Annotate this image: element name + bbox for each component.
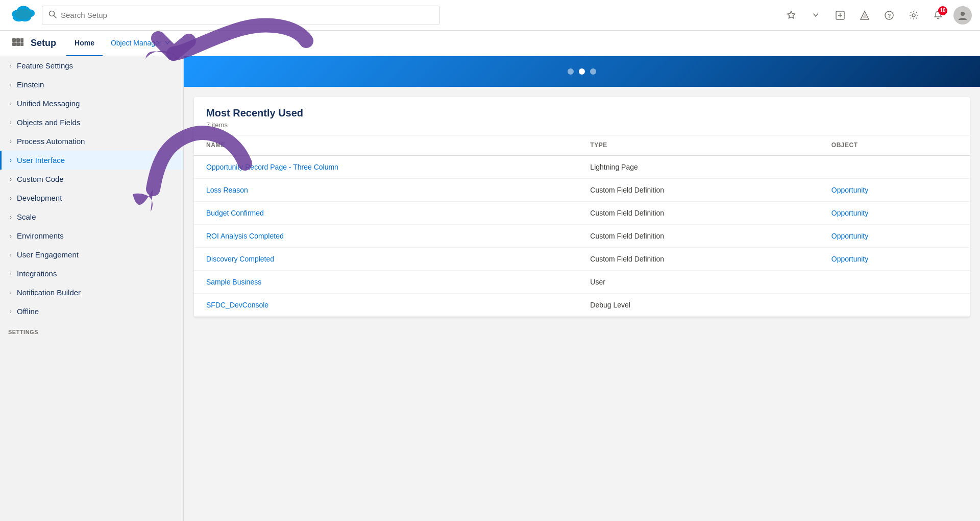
chevron-icon: › xyxy=(10,176,12,183)
table-row: ROI Analysis Completed Custom Field Defi… xyxy=(194,225,970,248)
sidebar-item-label: Einstein xyxy=(17,80,175,89)
row-name-link[interactable]: Sample Business xyxy=(206,278,261,286)
table-row: Sample Business User xyxy=(194,271,970,294)
add-button[interactable] xyxy=(831,6,849,25)
notifications-button[interactable]: 10 xyxy=(929,6,947,25)
tab-dropdown-icon xyxy=(165,41,170,45)
sidebar-item-objects-fields[interactable]: › Objects and Fields xyxy=(0,113,183,132)
row-type: User xyxy=(578,271,819,294)
recently-used-table: NAME TYPE OBJECT Opportunity Record Page… xyxy=(194,135,970,317)
main-content: Most Recently Used 7 items NAME TYPE OBJ… xyxy=(184,56,980,521)
sidebar-item-label: Environments xyxy=(17,231,175,240)
row-name-link[interactable]: ROI Analysis Completed xyxy=(206,232,284,240)
svg-rect-19 xyxy=(20,38,23,42)
sidebar-item-unified-messaging[interactable]: › Unified Messaging xyxy=(0,94,183,113)
row-object xyxy=(819,294,970,317)
chevron-icon: › xyxy=(10,270,12,277)
svg-rect-17 xyxy=(12,38,16,42)
recently-used-card: Most Recently Used 7 items NAME TYPE OBJ… xyxy=(194,97,970,317)
col-name: NAME xyxy=(194,135,578,155)
sidebar-item-feature-settings[interactable]: › Feature Settings xyxy=(0,56,183,75)
row-name-link[interactable]: Discovery Completed xyxy=(206,255,274,263)
sidebar-item-development[interactable]: › Development xyxy=(0,188,183,207)
search-container xyxy=(42,6,440,25)
chevron-icon: › xyxy=(10,232,12,240)
svg-point-15 xyxy=(912,14,915,17)
content-area: Most Recently Used 7 items NAME TYPE OBJ… xyxy=(184,87,980,521)
svg-rect-20 xyxy=(12,42,16,46)
svg-rect-22 xyxy=(20,42,23,46)
chevron-icon: › xyxy=(10,308,12,315)
chevron-icon: › xyxy=(10,138,12,145)
sidebar-item-label: Custom Code xyxy=(17,175,175,183)
sidebar-item-offline[interactable]: › Offline xyxy=(0,302,183,321)
tab-home[interactable]: Home xyxy=(66,31,103,56)
sidebar-item-label: Process Automation xyxy=(17,137,175,146)
svg-text:?: ? xyxy=(888,13,891,19)
row-type: Debug Level xyxy=(578,294,819,317)
settings-button[interactable] xyxy=(904,6,923,25)
favorites-dropdown[interactable] xyxy=(806,6,825,25)
carousel-dot-2[interactable] xyxy=(579,68,585,75)
carousel-dot-1[interactable] xyxy=(568,68,574,75)
trailhead-icon[interactable] xyxy=(855,6,874,25)
sidebar-item-einstein[interactable]: › Einstein xyxy=(0,75,183,94)
sidebar-item-process-automation[interactable]: › Process Automation xyxy=(0,132,183,151)
chevron-icon: › xyxy=(10,214,12,221)
chevron-icon: › xyxy=(10,119,12,126)
svg-point-5 xyxy=(15,9,32,20)
table-row: Budget Confirmed Custom Field Definition… xyxy=(194,202,970,225)
row-name-link[interactable]: Budget Confirmed xyxy=(206,209,264,217)
row-object xyxy=(819,271,970,294)
card-title: Most Recently Used xyxy=(206,107,958,119)
row-name-link[interactable]: Loss Reason xyxy=(206,186,248,194)
top-bar-actions: ? 10 xyxy=(782,6,972,25)
favorites-button[interactable] xyxy=(782,6,800,25)
help-button[interactable]: ? xyxy=(880,6,898,25)
row-name-link[interactable]: Opportunity Record Page - Three Column xyxy=(206,163,338,171)
sidebar-item-label: Scale xyxy=(17,212,175,221)
row-object-link[interactable]: Opportunity xyxy=(831,209,868,217)
row-object xyxy=(819,155,970,179)
row-object-link[interactable]: Opportunity xyxy=(831,255,868,263)
tab-object-manager[interactable]: Object Manager xyxy=(103,31,178,56)
sidebar-item-environments[interactable]: › Environments xyxy=(0,226,183,245)
app-title: Setup xyxy=(31,38,56,49)
svg-rect-21 xyxy=(16,42,20,46)
sidebar-item-label: Notification Builder xyxy=(17,288,175,297)
chevron-icon: › xyxy=(10,100,12,107)
chevron-icon: › xyxy=(10,157,12,164)
table-row: Opportunity Record Page - Three Column L… xyxy=(194,155,970,179)
user-avatar[interactable] xyxy=(953,6,972,25)
row-object-link[interactable]: Opportunity xyxy=(831,186,868,194)
sidebar-item-label: User Engagement xyxy=(17,250,175,259)
salesforce-logo[interactable] xyxy=(8,3,34,28)
sidebar-item-custom-code[interactable]: › Custom Code xyxy=(0,170,183,188)
chevron-icon: › xyxy=(10,195,12,202)
sidebar-item-label: Unified Messaging xyxy=(17,99,175,108)
row-name-link[interactable]: SFDC_DevConsole xyxy=(206,301,268,309)
row-type: Lightning Page xyxy=(578,155,819,179)
sidebar-item-user-engagement[interactable]: › User Engagement xyxy=(0,245,183,264)
table-row: SFDC_DevConsole Debug Level xyxy=(194,294,970,317)
tab-home-label: Home xyxy=(75,39,94,47)
sidebar-item-scale[interactable]: › Scale xyxy=(0,207,183,226)
secondary-navigation-bar: Setup Home Object Manager xyxy=(0,31,980,56)
sidebar-item-label: User Interface xyxy=(17,156,175,164)
carousel-dots xyxy=(568,68,596,75)
sidebar-item-label: Development xyxy=(17,194,175,202)
sidebar-item-label: Feature Settings xyxy=(17,61,175,70)
app-launcher-button[interactable] xyxy=(8,34,27,53)
sidebar: › Feature Settings › Einstein › Unified … xyxy=(0,56,184,521)
carousel-dot-3[interactable] xyxy=(590,68,596,75)
col-object: OBJECT xyxy=(819,135,970,155)
sidebar-item-user-interface[interactable]: › User Interface xyxy=(0,151,183,170)
svg-point-16 xyxy=(961,12,965,16)
table-header-row: NAME TYPE OBJECT xyxy=(194,135,970,155)
row-object-link[interactable]: Opportunity xyxy=(831,232,868,240)
sidebar-item-label: Integrations xyxy=(17,269,175,278)
sidebar-item-integrations[interactable]: › Integrations xyxy=(0,264,183,283)
table-row: Discovery Completed Custom Field Definit… xyxy=(194,248,970,271)
sidebar-item-notification-builder[interactable]: › Notification Builder xyxy=(0,283,183,302)
search-input[interactable] xyxy=(61,11,433,19)
